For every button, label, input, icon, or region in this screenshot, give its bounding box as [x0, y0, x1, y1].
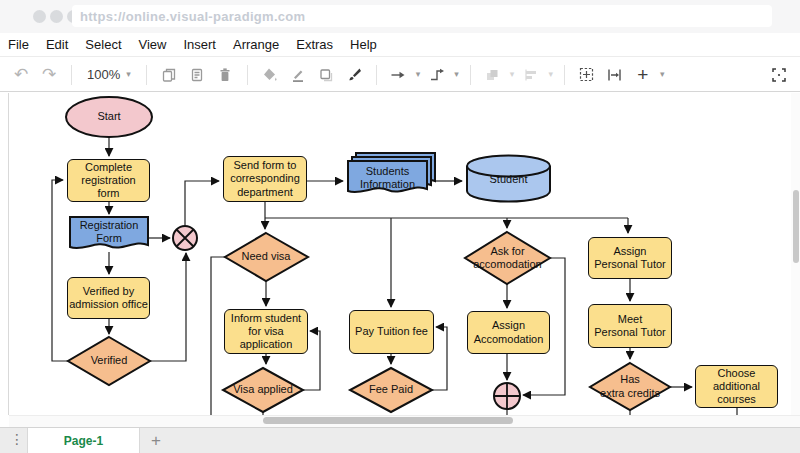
flowchart-layer — [0, 0, 800, 453]
connector[interactable] — [432, 327, 447, 390]
node-pay-tuition[interactable]: Pay Tuition fee — [349, 310, 434, 354]
node-registration-form-shape[interactable] — [70, 217, 148, 248]
node-label: Assign Personal Tutor — [594, 245, 666, 271]
connector[interactable] — [150, 253, 186, 361]
node-label: Inform student for visa application — [231, 312, 301, 352]
node-has-extra-credits-shape[interactable] — [590, 363, 670, 410]
node-meet-personal-tutor[interactable]: Meet Personal Tutor — [588, 304, 672, 348]
node-verified-shape[interactable] — [68, 337, 150, 385]
node-fee-paid-shape[interactable] — [350, 368, 432, 412]
node-ask-accomodation-shape[interactable] — [465, 232, 550, 284]
node-label: Send form to corresponding department — [230, 159, 300, 199]
node-students-information-shape[interactable] — [348, 161, 427, 192]
node-label: Meet Personal Tutor — [594, 313, 666, 339]
connector[interactable] — [211, 257, 225, 415]
node-visa-applied-shape[interactable] — [223, 368, 303, 412]
node-assign-accomodation[interactable]: Assign Accomodation — [467, 311, 550, 354]
node-inform-student[interactable]: Inform student for visa application — [224, 309, 308, 354]
connector[interactable] — [185, 181, 219, 225]
node-choose-courses[interactable]: Choose additional courses — [695, 365, 778, 408]
node-label: Assign Accomodation — [474, 319, 544, 345]
node-need-visa-shape[interactable] — [225, 233, 308, 281]
node-label: Verified by admission office — [69, 285, 148, 311]
node-start-shape[interactable] — [66, 97, 152, 137]
node-verified-by[interactable]: Verified by admission office — [67, 277, 150, 319]
vertical-scrollbar-thumb[interactable] — [793, 190, 799, 263]
node-student-db-top[interactable] — [467, 156, 550, 177]
node-label: Pay Tuition fee — [355, 325, 428, 338]
node-send-form[interactable]: Send form to corresponding department — [223, 156, 307, 202]
connector[interactable] — [52, 180, 68, 361]
node-label: Choose additional courses — [713, 367, 760, 407]
app-window: https://online.visual-paradigm.com File … — [0, 0, 800, 453]
node-complete-registration[interactable]: Complete registration form — [67, 159, 150, 202]
horizontal-scrollbar-thumb[interactable] — [263, 417, 513, 424]
node-assign-personal-tutor[interactable]: Assign Personal Tutor — [588, 237, 672, 279]
node-label: Complete registration form — [69, 161, 148, 201]
